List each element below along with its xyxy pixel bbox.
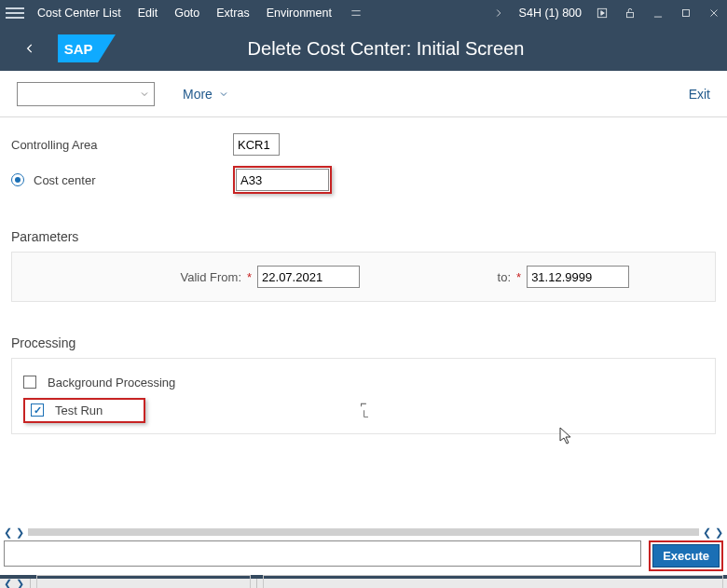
background-processing-label: Background Processing — [48, 376, 175, 390]
cost-center-radio[interactable] — [11, 173, 24, 186]
menu-cost-center-list[interactable]: Cost Center List — [37, 7, 121, 20]
scroll-right-icon[interactable]: ❯ — [715, 526, 723, 539]
close-icon[interactable] — [706, 6, 721, 21]
processing-group: Background Processing Test Run ⌐└ — [11, 358, 716, 434]
parameters-group: Valid From: * to: * — [11, 252, 716, 302]
required-icon: * — [516, 270, 521, 284]
svg-rect-4 — [683, 10, 690, 17]
highlight-test-run: Test Run — [23, 398, 145, 423]
menu-environment[interactable]: Environment — [267, 7, 332, 20]
action-bar: Execute — [0, 537, 727, 575]
valid-from-label: Valid From: — [12, 270, 241, 284]
menu-extras[interactable]: Extras — [216, 7, 249, 20]
hamburger-icon[interactable] — [6, 4, 24, 22]
execute-button[interactable]: Execute — [652, 544, 720, 567]
svg-marker-1 — [601, 11, 605, 16]
restore-icon[interactable] — [679, 6, 693, 21]
exit-button[interactable]: Exit — [689, 87, 710, 102]
cost-center-label: Cost center — [34, 173, 233, 187]
menu-goto[interactable]: Goto — [174, 7, 199, 20]
controlling-area-input[interactable] — [233, 133, 280, 156]
cost-center-input[interactable] — [236, 169, 329, 191]
highlight-cost-center — [233, 166, 332, 194]
valid-to-input[interactable] — [527, 266, 629, 288]
test-run-checkbox[interactable] — [31, 403, 44, 417]
controlling-area-label: Controlling Area — [11, 138, 233, 152]
more-label: More — [183, 87, 213, 102]
valid-to-label: to: — [360, 270, 511, 284]
variant-dropdown[interactable] — [17, 82, 155, 106]
horizontal-scrollbar[interactable]: ❮ ❯ ❮ ❯ — [0, 527, 727, 537]
scroll-right-icon[interactable]: ❯ — [16, 578, 24, 589]
back-button[interactable] — [17, 35, 43, 62]
session-label: S4H (1) 800 — [519, 7, 582, 20]
menu-edit[interactable]: Edit — [138, 7, 158, 20]
chevron-down-icon — [218, 89, 229, 100]
svg-text:SAP: SAP — [64, 41, 93, 57]
test-run-label: Test Run — [55, 403, 103, 417]
chevron-down-icon — [139, 89, 150, 100]
svg-rect-2 — [627, 12, 634, 17]
parameters-heading: Parameters — [11, 229, 716, 244]
status-scrollbar[interactable]: ❮ ❯ — [0, 579, 727, 588]
required-icon: * — [247, 270, 252, 284]
page-title: Delete Cost Center: Initial Screen — [155, 38, 617, 60]
minimize-icon[interactable] — [651, 6, 665, 21]
overflow-icon[interactable] — [349, 6, 364, 21]
processing-heading: Processing — [11, 335, 716, 350]
lock-open-icon[interactable] — [623, 6, 638, 21]
highlight-execute: Execute — [649, 540, 723, 571]
title-bar: SAP Delete Cost Center: Initial Screen — [0, 26, 727, 71]
sap-logo-icon: SAP — [56, 34, 117, 62]
more-menu[interactable]: More — [183, 87, 229, 102]
background-processing-checkbox[interactable] — [23, 376, 36, 389]
scroll-right-icon[interactable]: ❯ — [16, 526, 24, 539]
scroll-left-icon[interactable]: ❮ — [4, 578, 12, 589]
menu-bar: Cost Center List Edit Goto Extras Enviro… — [0, 0, 727, 26]
scroll-left-icon[interactable]: ❮ — [4, 526, 12, 539]
scroll-left-icon[interactable]: ❮ — [703, 526, 711, 539]
valid-from-input[interactable] — [257, 266, 360, 288]
play-icon[interactable] — [595, 6, 610, 21]
chevron-right-icon[interactable] — [491, 6, 506, 21]
toolbar: More Exit — [0, 71, 727, 117]
command-field[interactable] — [4, 540, 641, 567]
focus-marker-icon: ⌐└ — [360, 397, 369, 423]
